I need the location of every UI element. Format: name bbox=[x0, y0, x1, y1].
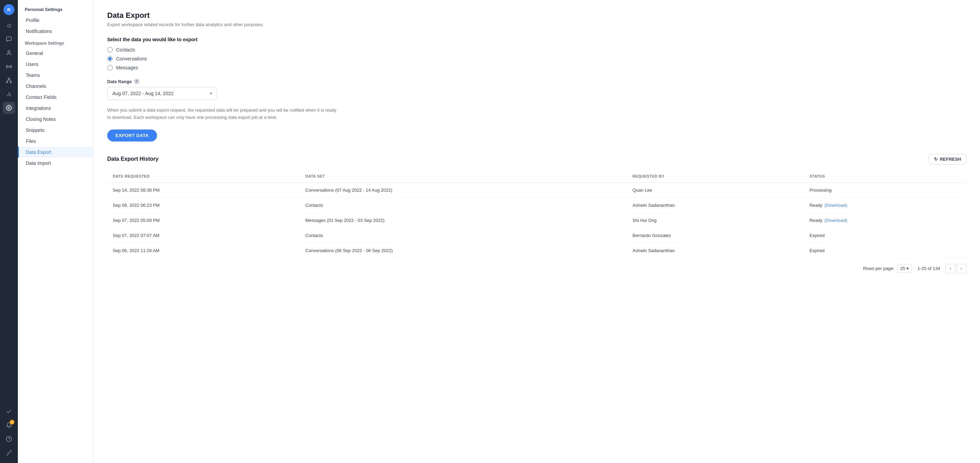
cell-date-3: Sep 07, 2022 07:07 AM bbox=[107, 228, 300, 243]
chevron-down-icon: ▾ bbox=[210, 91, 212, 96]
cell-requested-by-3: Bernardo Gonzalez bbox=[627, 228, 804, 243]
refresh-button[interactable]: ↻ REFRESH bbox=[929, 154, 966, 165]
rows-per-page-control: Rows per page: 25 ▾ bbox=[863, 264, 912, 273]
rows-per-page-value: 25 bbox=[900, 266, 905, 271]
table-row: Sep 06, 2022 11:28 AMConversations (06 S… bbox=[107, 243, 966, 258]
date-range-label: Date Range ? bbox=[107, 79, 966, 84]
cell-status-1: Ready(Download) bbox=[804, 198, 966, 212]
broadcast-icon[interactable] bbox=[3, 60, 15, 73]
rows-per-page-select[interactable]: 25 ▾ bbox=[897, 264, 912, 273]
radio-conversations-label: Conversations bbox=[116, 56, 147, 62]
cell-status-3: Expired bbox=[804, 228, 966, 243]
analytics-icon[interactable] bbox=[3, 88, 15, 100]
info-text: When you submit a data export request, t… bbox=[107, 107, 341, 121]
notification-badge-count: 3 bbox=[10, 420, 14, 425]
radio-contacts-input[interactable] bbox=[107, 47, 113, 52]
cell-dataset-4: Conversations (06 Sep 2022 - 06 Sep 2022… bbox=[300, 243, 627, 258]
cell-dataset-2: Messages (01 Sep 2022 - 03 Sep 2022) bbox=[300, 212, 627, 228]
sidebar-item-teams[interactable]: Teams bbox=[18, 70, 93, 81]
radio-messages[interactable]: Messages bbox=[107, 65, 966, 70]
col-date-requested: DATE REQUESTED bbox=[107, 170, 300, 183]
rows-select-chevron: ▾ bbox=[907, 266, 909, 271]
col-data-set: DATA SET bbox=[300, 170, 627, 183]
prev-page-button[interactable]: ‹ bbox=[946, 264, 955, 273]
svg-rect-3 bbox=[6, 82, 8, 83]
svg-point-8 bbox=[8, 107, 10, 109]
cell-dataset-3: Contacts bbox=[300, 228, 627, 243]
sidebar-item-channels[interactable]: Channels bbox=[18, 81, 93, 92]
cell-requested-by-2: Shi Hui Ong bbox=[627, 212, 804, 228]
sidebar-item-profile[interactable]: Profile bbox=[18, 15, 93, 26]
radio-conversations[interactable]: Conversations bbox=[107, 56, 966, 62]
date-range-help-icon[interactable]: ? bbox=[134, 79, 140, 84]
sidebar-item-contact-fields[interactable]: Contact Fields bbox=[18, 92, 93, 103]
sidebar-item-general[interactable]: General bbox=[18, 48, 93, 59]
rows-per-page-label: Rows per page: bbox=[863, 266, 894, 271]
history-header: Data Export History ↻ REFRESH bbox=[107, 154, 966, 165]
export-options: Contacts Conversations Messages bbox=[107, 47, 966, 70]
sidebar-item-closing-notes[interactable]: Closing Notes bbox=[18, 114, 93, 125]
cell-date-2: Sep 07, 2022 05:09 PM bbox=[107, 212, 300, 228]
cell-dataset-0: Conversations (07 Aug 2022 - 14 Aug 2022… bbox=[300, 182, 627, 198]
sidebar-item-notifications[interactable]: Notifications bbox=[18, 26, 93, 37]
svg-point-1 bbox=[9, 66, 10, 67]
cell-status-2: Ready(Download) bbox=[804, 212, 966, 228]
table-header-row: DATE REQUESTED DATA SET REQUESTED BY STA… bbox=[107, 170, 966, 183]
main-content: Data Export Export workspace related rec… bbox=[94, 0, 980, 463]
radio-messages-input[interactable] bbox=[107, 65, 113, 70]
svg-rect-2 bbox=[8, 78, 10, 79]
done-all-icon[interactable] bbox=[3, 447, 15, 459]
export-section-label: Select the data you would like to export bbox=[107, 37, 966, 42]
personal-settings-title: Personal Settings bbox=[18, 7, 93, 15]
export-data-button[interactable]: EXPORT DATA bbox=[107, 130, 157, 141]
chat-icon[interactable] bbox=[3, 33, 15, 45]
table-row: Sep 09, 2022 06:23 PMContactsAshwin Sada… bbox=[107, 198, 966, 212]
page-subtitle: Export workspace related records for fur… bbox=[107, 22, 966, 27]
hierarchy-icon[interactable] bbox=[3, 74, 15, 87]
svg-point-0 bbox=[8, 51, 10, 52]
sidebar-item-snippets[interactable]: Snippets bbox=[18, 125, 93, 136]
cell-requested-by-0: Quan Lee bbox=[627, 182, 804, 198]
svg-rect-4 bbox=[10, 82, 12, 83]
col-requested-by: REQUESTED BY bbox=[627, 170, 804, 183]
contacts-icon[interactable] bbox=[3, 47, 15, 59]
user-avatar[interactable]: R bbox=[3, 4, 14, 15]
cell-date-1: Sep 09, 2022 06:23 PM bbox=[107, 198, 300, 212]
sidebar-item-files[interactable]: Files bbox=[18, 136, 93, 147]
refresh-label: REFRESH bbox=[940, 157, 961, 162]
sidebar-item-data-export[interactable]: Data Export bbox=[18, 147, 93, 158]
sidebar-item-integrations[interactable]: Integrations bbox=[18, 103, 93, 114]
table-row: Sep 14, 2022 08:38 PMConversations (07 A… bbox=[107, 182, 966, 198]
next-page-button[interactable]: › bbox=[957, 264, 966, 273]
cell-date-0: Sep 14, 2022 08:38 PM bbox=[107, 182, 300, 198]
help-circle-icon[interactable] bbox=[3, 433, 15, 445]
col-status: STATUS bbox=[804, 170, 966, 183]
sidebar: Personal Settings Profile Notifications … bbox=[18, 0, 94, 463]
table-row: Sep 07, 2022 05:09 PMMessages (01 Sep 20… bbox=[107, 212, 966, 228]
pagination-buttons: ‹ › bbox=[946, 264, 966, 273]
workspace-settings-title: Workspace Settings bbox=[18, 37, 93, 48]
check-badge-icon[interactable] bbox=[3, 405, 15, 418]
notification-icon[interactable]: 3 bbox=[3, 419, 15, 431]
history-title: Data Export History bbox=[107, 156, 158, 162]
table-footer: Rows per page: 25 ▾ 1-25 of 134 ‹ › bbox=[107, 258, 966, 279]
page-title: Data Export bbox=[107, 11, 966, 20]
export-history-table: DATE REQUESTED DATA SET REQUESTED BY STA… bbox=[107, 170, 966, 258]
home-icon[interactable]: ⊙ bbox=[3, 19, 15, 32]
radio-conversations-input[interactable] bbox=[107, 56, 113, 62]
settings-icon[interactable] bbox=[3, 101, 15, 114]
date-range-picker[interactable]: Aug 07, 2022 - Aug 14, 2022 ▾ bbox=[107, 87, 217, 100]
icon-rail: R ⊙ 3 bbox=[0, 0, 18, 463]
sidebar-item-data-import[interactable]: Data Import bbox=[18, 158, 93, 169]
table-row: Sep 07, 2022 07:07 AMContactsBernardo Go… bbox=[107, 228, 966, 243]
download-link-2[interactable]: (Download) bbox=[824, 218, 847, 223]
download-link-1[interactable]: (Download) bbox=[824, 203, 847, 208]
sidebar-item-users[interactable]: Users bbox=[18, 59, 93, 70]
radio-contacts[interactable]: Contacts bbox=[107, 47, 966, 52]
cell-date-4: Sep 06, 2022 11:28 AM bbox=[107, 243, 300, 258]
date-range-section: Date Range ? Aug 07, 2022 - Aug 14, 2022… bbox=[107, 79, 966, 100]
radio-contacts-label: Contacts bbox=[116, 47, 135, 52]
refresh-icon: ↻ bbox=[934, 157, 938, 162]
cell-requested-by-4: Ashwin Sadananthan bbox=[627, 243, 804, 258]
cell-status-0: Processing bbox=[804, 182, 966, 198]
